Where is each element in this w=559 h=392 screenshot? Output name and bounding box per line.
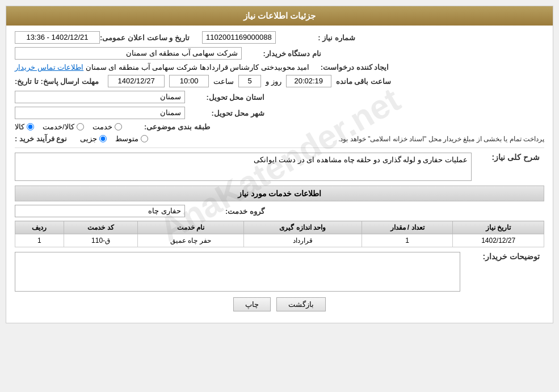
back-button[interactable]: بازگشت (276, 297, 326, 311)
page-wrapper: AnaKatender.net جزئیات اطلاعات نیاز شمار… (0, 0, 559, 392)
buyer-name-value: شرکت سهامی آب منطقه ای سمنان (15, 47, 242, 60)
row-unit: قرارداد (243, 234, 362, 247)
creator-row: ایجاد کننده درخواست: امید محوبیدختی کارش… (15, 63, 544, 71)
process-label: نوع فرآیند خرید : (15, 134, 67, 143)
deadline-row: ساعت باقی مانده 20:02:19 روز و 5 ساعت 10… (15, 75, 544, 87)
row-service-code: ق-110 (64, 234, 138, 247)
buttons-row: بازگشت چاپ (15, 297, 544, 311)
deadline-time-value: 10:00 (169, 75, 209, 87)
deadline-remaining-label: ساعت باقی مانده (336, 77, 391, 86)
category-option-kala-khadmat-label: کالا/خدمت (43, 123, 74, 131)
page-title: جزئیات اطلاعات نیاز (243, 11, 316, 20)
row-service-name: حفر چاه عمیق (138, 234, 243, 247)
services-table: تاریخ نیاز تعداد / مقدار واحد اندازه گیر… (15, 221, 544, 247)
category-radio-khadmat[interactable] (115, 123, 122, 130)
table-header-row: تاریخ نیاز تعداد / مقدار واحد اندازه گیر… (15, 221, 544, 234)
creator-label: ایجاد کننده درخواست: (309, 63, 389, 71)
category-label: طبقه بندی موضوعی: (131, 123, 210, 131)
divider-1 (15, 147, 544, 148)
announce-label: تاریخ و ساعت اعلان عمومی: (100, 33, 190, 42)
buyer-name-row: نام دستگاه خریدار: شرکت سهامی آب منطقه ا… (15, 47, 544, 60)
province-row: استان محل تحویل: سمنان (15, 91, 544, 103)
col-unit: واحد اندازه گیری (243, 221, 362, 234)
process-radio-jozyi[interactable] (99, 135, 107, 142)
process-option-motavaset-label: متوسط (115, 134, 138, 143)
announce-value: 1402/12/21 - 13:36 (15, 31, 100, 44)
buyer-name-label: نام دستگاه خریدار: (242, 49, 321, 58)
payment-note: پرداخت تمام یا بخشی از مبلغ خریدار محل "… (157, 135, 544, 143)
province-label: استان محل تحویل: (185, 93, 264, 102)
category-option-khadmat-label: خدمت (93, 123, 112, 131)
process-row: پرداخت تمام یا بخشی از مبلغ خریدار محل "… (15, 134, 544, 143)
buyer-notes-textarea[interactable] (15, 252, 460, 292)
deadline-days-label: روز و (266, 77, 281, 86)
deadline-date-value: 1402/12/27 (108, 75, 165, 87)
group-value: حفاری چاه (15, 205, 185, 217)
creator-contact-link[interactable]: اطلاعات تماس خریدار (15, 63, 83, 71)
city-value: سمنان (15, 107, 185, 119)
description-header: شرح کلی نیاز: (472, 153, 540, 162)
category-option-kala-label: کالا (15, 123, 24, 131)
group-row: گروه خدمت: حفاری چاه (15, 205, 544, 217)
category-option-kala-khadmat[interactable]: کالا/خدمت (43, 123, 84, 131)
col-service-name: نام خدمت (138, 221, 243, 234)
row-number: 1 (15, 234, 64, 247)
province-value: سمنان (15, 91, 185, 103)
buyer-notes-label: توضیحات خریدار: (460, 252, 540, 261)
city-label: شهر محل تحویل: (185, 109, 264, 117)
deadline-remaining-value: 20:02:19 (286, 75, 331, 87)
process-radio-motavaset[interactable] (141, 135, 148, 142)
description-area: شرح کلی نیاز: (15, 153, 544, 181)
services-header: اطلاعات خدمات مورد نیاز (15, 186, 544, 201)
description-textarea[interactable] (15, 153, 472, 181)
process-option-jozyi[interactable]: جزیی (80, 134, 107, 143)
deadline-label: مهلت ارسال پاسخ: تا تاریخ: (15, 77, 99, 86)
need-number-row: شماره نیاز : 1102001169000088 تاریخ و سا… (15, 31, 544, 44)
category-radio-kala[interactable] (27, 123, 34, 130)
table-row: 1402/12/27 1 قرارداد حفر چاه عمیق ق-110 … (15, 234, 544, 247)
city-row: شهر محل تحویل: سمنان (15, 107, 544, 119)
creator-value: امید محوبیدختی کارشناس قراردادها شرکت سه… (86, 63, 310, 71)
category-radio-kala-khadmat[interactable] (77, 123, 84, 130)
main-container: AnaKatender.net جزئیات اطلاعات نیاز شمار… (6, 6, 553, 323)
deadline-days-value: 5 (238, 75, 261, 87)
col-quantity: تعداد / مقدار (362, 221, 453, 234)
page-header: جزئیات اطلاعات نیاز (6, 6, 553, 26)
deadline-time-label: ساعت (213, 77, 234, 86)
process-option-motavaset[interactable]: متوسط (115, 134, 148, 143)
col-service-code: کد خدمت (64, 221, 138, 234)
print-button[interactable]: چاپ (233, 297, 271, 311)
buyer-notes-row: توضیحات خریدار: (15, 252, 544, 292)
col-date: تاریخ نیاز (453, 221, 544, 234)
content-area: شماره نیاز : 1102001169000088 تاریخ و سا… (6, 26, 553, 323)
need-number-label: شماره نیاز : (276, 33, 355, 42)
category-option-khadmat[interactable]: خدمت (93, 123, 122, 131)
category-row: طبقه بندی موضوعی: خدمت کالا/خدمت کالا (15, 123, 544, 131)
col-row: ردیف (15, 221, 64, 234)
row-date: 1402/12/27 (453, 234, 544, 247)
process-option-jozyi-label: جزیی (80, 134, 97, 143)
category-option-kala[interactable]: کالا (15, 123, 34, 131)
row-quantity: 1 (362, 234, 453, 247)
group-label: گروه خدمت: (185, 207, 264, 216)
need-number-value: 1102001169000088 (202, 31, 276, 44)
